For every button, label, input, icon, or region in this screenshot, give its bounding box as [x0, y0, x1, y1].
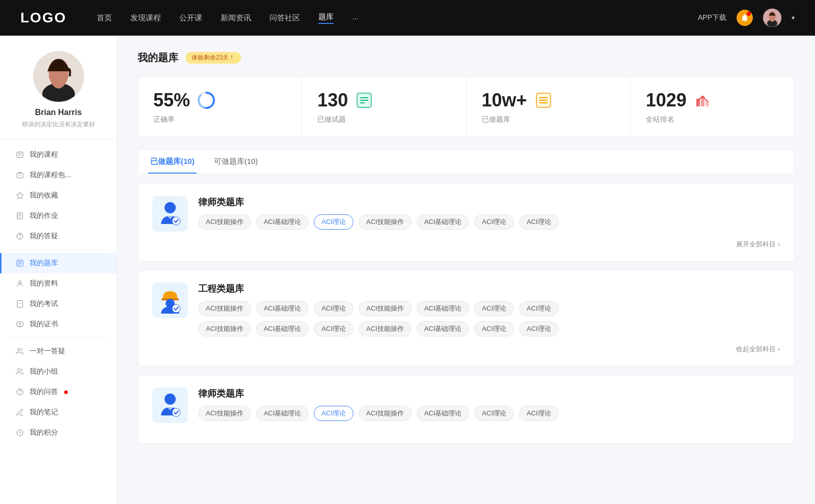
tag-lawyer1-4[interactable]: ACI基础理论	[417, 214, 470, 230]
sidebar-item-notes[interactable]: 我的笔记	[0, 402, 117, 423]
page-title: 我的题库	[138, 51, 178, 65]
svg-point-27	[17, 369, 20, 371]
svg-point-25	[19, 323, 21, 325]
tag-eng-r2-6[interactable]: ACI理论	[519, 321, 559, 337]
tag-lawyer2-4[interactable]: ACI基础理论	[417, 406, 470, 421]
sidebar-item-points[interactable]: 我的积分	[0, 423, 117, 443]
nav-home[interactable]: 首页	[97, 13, 112, 23]
nav-news[interactable]: 新闻资讯	[221, 13, 251, 23]
nav-more[interactable]: ···	[352, 14, 359, 22]
sidebar-item-cert[interactable]: 我的证书	[0, 314, 117, 334]
tag-lawyer1-0[interactable]: ACI技能操作	[198, 214, 251, 230]
svg-point-52	[165, 394, 176, 405]
stat-rank: 1029 全站排名	[631, 77, 794, 136]
tag-lawyer1-5[interactable]: ACI理论	[474, 214, 514, 230]
tag-lawyer2-5[interactable]: ACI理论	[474, 406, 514, 421]
svg-point-17	[20, 238, 20, 238]
sidebar-item-exam[interactable]: 我的考试	[0, 294, 117, 314]
tag-eng-r1-4[interactable]: ACI基础理论	[417, 301, 470, 316]
tabs-row: 已做题库(10) 可做题库(10)	[138, 149, 795, 173]
nav-qbank[interactable]: 题库	[318, 12, 334, 24]
collapse-engineer[interactable]: 收起全部科目 ›	[736, 345, 780, 354]
stats-row: 55% 正确率 130	[138, 77, 795, 137]
svg-point-29	[20, 394, 20, 394]
svg-point-47	[165, 202, 176, 213]
tag-eng-r2-2[interactable]: ACI理论	[314, 321, 354, 337]
tag-eng-r2-1[interactable]: ACI基础理论	[256, 321, 309, 337]
sidebar-item-my-qa[interactable]: 我的问答	[0, 382, 117, 402]
tag-lawyer2-3[interactable]: ACI技能操作	[359, 406, 412, 421]
tag-eng-r1-5[interactable]: ACI理论	[474, 301, 514, 316]
sidebar-item-package-label: 我的课程包...	[30, 171, 71, 180]
sidebar-menu: 我的课程 我的课程包... 我的收藏 我的作业	[0, 139, 117, 448]
svg-point-53	[172, 408, 180, 416]
nav-qa[interactable]: 问答社区	[269, 13, 300, 23]
stat-done-banks-label: 已做题库	[482, 115, 615, 124]
exam-icon	[15, 299, 24, 309]
qbank-title-lawyer-2: 律师类题库	[198, 387, 780, 400]
tag-lawyer1-2[interactable]: ACI理论	[314, 214, 354, 230]
svg-rect-6	[17, 152, 23, 158]
sidebar-item-qa[interactable]: 我的答疑	[0, 226, 117, 246]
package-icon	[15, 171, 24, 180]
header-dropdown-arrow[interactable]: ▾	[792, 14, 795, 21]
tag-lawyer2-2[interactable]: ACI理论	[314, 406, 354, 421]
sidebar-item-favorites-label: 我的收藏	[30, 191, 58, 200]
user-avatar	[33, 51, 84, 102]
tag-lawyer1-3[interactable]: ACI技能操作	[359, 214, 412, 230]
app-download-btn[interactable]: APP下载	[698, 13, 726, 22]
tag-eng-r1-6[interactable]: ACI理论	[519, 301, 559, 316]
sidebar-item-group[interactable]: 我的小组	[0, 361, 117, 382]
tab-done-banks[interactable]: 已做题库(10)	[148, 150, 197, 174]
stat-accuracy-label: 正确率	[153, 115, 286, 124]
stat-done-questions-label: 已做试题	[317, 115, 450, 124]
svg-marker-11	[16, 192, 23, 199]
page-title-row: 我的题库 体验剩余23天！	[138, 51, 795, 65]
sidebar-item-oneonone-label: 一对一答疑	[30, 347, 65, 356]
sidebar-username: Brian Harris	[35, 108, 82, 117]
header-user-avatar[interactable]	[763, 9, 781, 27]
tag-eng-r1-0[interactable]: ACI技能操作	[198, 301, 251, 316]
tag-lawyer1-1[interactable]: ACI基础理论	[256, 214, 309, 230]
sidebar-item-homework-label: 我的作业	[30, 211, 58, 220]
sidebar-item-profile[interactable]: 我的资料	[0, 273, 117, 294]
logo: LOGO	[20, 10, 66, 26]
sidebar-item-qbank[interactable]: 我的题库	[0, 253, 117, 273]
tag-eng-r1-2[interactable]: ACI理论	[314, 301, 354, 316]
nav-discover[interactable]: 发现课程	[130, 13, 161, 23]
tag-lawyer1-6[interactable]: ACI理论	[519, 214, 559, 230]
sidebar-item-package[interactable]: 我的课程包...	[0, 165, 117, 185]
sidebar-item-favorites[interactable]: 我的收藏	[0, 185, 117, 206]
notification-button[interactable]	[737, 10, 753, 26]
tag-lawyer2-6[interactable]: ACI理论	[519, 406, 559, 421]
tag-eng-r1-3[interactable]: ACI技能操作	[359, 301, 412, 316]
tag-eng-r1-1[interactable]: ACI基础理论	[256, 301, 309, 316]
tag-lawyer2-0[interactable]: ACI技能操作	[198, 406, 251, 421]
tag-eng-r2-0[interactable]: ACI技能操作	[198, 321, 251, 337]
sidebar-item-group-label: 我的小组	[30, 367, 58, 376]
sidebar-item-my-course[interactable]: 我的课程	[0, 145, 117, 165]
sidebar-item-oneonone[interactable]: 一对一答疑	[0, 341, 117, 361]
tag-eng-r2-5[interactable]: ACI理论	[474, 321, 514, 337]
notification-dot	[747, 12, 751, 16]
question-icon	[15, 232, 24, 241]
expand-lawyer-1[interactable]: 展开全部科目 ›	[736, 240, 780, 249]
tag-eng-r2-4[interactable]: ACI基础理论	[417, 321, 470, 337]
qbank-tags-lawyer-2: ACI技能操作 ACI基础理论 ACI理论 ACI技能操作 ACI基础理论 AC…	[198, 406, 780, 421]
sidebar: Brian Harris 错误的决定比没有决定要好 我的课程 我的课程包...	[0, 36, 117, 504]
sidebar-motto: 错误的决定比没有决定要好	[12, 120, 105, 129]
tag-eng-r2-3[interactable]: ACI技能操作	[359, 321, 412, 337]
svg-rect-46	[705, 101, 709, 106]
stat-rank-value: 1029	[646, 90, 687, 111]
svg-point-26	[17, 348, 20, 351]
nav-open-course[interactable]: 公开课	[179, 13, 202, 23]
tab-available-banks[interactable]: 可做题库(10)	[212, 150, 260, 174]
sidebar-item-homework[interactable]: 我的作业	[0, 206, 117, 226]
svg-point-51	[172, 304, 180, 313]
sidebar-item-my-course-label: 我的课程	[30, 150, 58, 159]
tag-lawyer2-1[interactable]: ACI基础理论	[256, 406, 309, 421]
qbank-title-lawyer-1: 律师类题库	[198, 196, 780, 208]
qbank-tags-engineer-row2: ACI技能操作 ACI基础理论 ACI理论 ACI技能操作 ACI基础理论 AC…	[198, 321, 780, 337]
stat-done-questions-value: 130	[317, 90, 348, 111]
done-banks-icon	[534, 91, 553, 109]
